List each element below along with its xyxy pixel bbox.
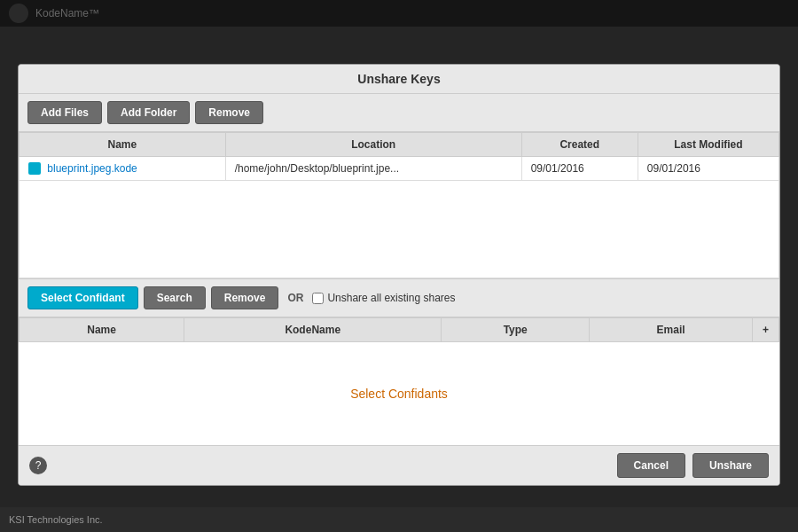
conf-col-add[interactable]: +: [753, 318, 779, 342]
unshare-all-checkbox[interactable]: [312, 293, 324, 304]
unshare-button[interactable]: Unshare: [692, 453, 769, 478]
add-files-button[interactable]: Add Files: [27, 101, 102, 124]
or-label: OR: [287, 292, 303, 304]
search-button[interactable]: Search: [144, 286, 206, 309]
add-folder-button[interactable]: Add Folder: [107, 101, 190, 124]
modal-overlay: Unshare Keys Add Files Add Folder Remove…: [0, 0, 798, 532]
footer-buttons: Cancel Unshare: [617, 453, 769, 478]
dialog-footer: ? Cancel Unshare: [19, 445, 779, 485]
confidants-table: Name KodeName Type Email + Select Confid…: [19, 317, 779, 445]
bottom-bar-text: KSI Technologies Inc.: [9, 514, 103, 525]
conf-col-email: Email: [590, 318, 753, 342]
toolbar-remove-button[interactable]: Remove: [195, 101, 263, 124]
confidants-table-container: Name KodeName Type Email + Select Confid…: [19, 317, 779, 445]
conf-col-name: Name: [20, 318, 184, 342]
table-row[interactable]: blueprint.jpeg.kode /home/john/Desktop/b…: [20, 156, 779, 181]
file-table: Name Location Created Last Modified blue…: [19, 132, 779, 279]
unshare-all-label: Unshare all existing shares: [327, 292, 455, 304]
file-created: 09/01/2016: [521, 156, 638, 181]
col-header-name: Name: [20, 132, 226, 156]
confidant-toolbar: Select Confidant Search Remove OR Unshar…: [19, 279, 779, 317]
unshare-all-container[interactable]: Unshare all existing shares: [312, 292, 455, 304]
file-name: blueprint.jpeg.kode: [20, 156, 226, 181]
app-bottom-bar: KSI Technologies Inc.: [0, 507, 798, 532]
empty-confidants-message: Select Confidants: [20, 342, 779, 445]
help-icon[interactable]: ?: [29, 457, 47, 474]
dialog-title: Unshare Keys: [19, 65, 779, 94]
file-location: /home/john/Desktop/blueprint.jpe...: [225, 156, 521, 181]
file-icon: [28, 162, 41, 175]
conf-col-kodename: KodeName: [184, 318, 442, 342]
col-header-lastmod: Last Modified: [638, 132, 778, 156]
col-header-created: Created: [521, 132, 638, 156]
select-confidant-button[interactable]: Select Confidant: [27, 286, 138, 309]
confidant-remove-button[interactable]: Remove: [211, 286, 279, 309]
file-toolbar: Add Files Add Folder Remove: [19, 94, 779, 132]
col-header-location: Location: [225, 132, 521, 156]
cancel-button[interactable]: Cancel: [617, 453, 685, 478]
file-table-container: Name Location Created Last Modified blue…: [19, 132, 779, 280]
conf-col-type: Type: [442, 318, 590, 342]
file-lastmod: 09/01/2016: [638, 156, 778, 181]
dialog: Unshare Keys Add Files Add Folder Remove…: [18, 64, 780, 487]
